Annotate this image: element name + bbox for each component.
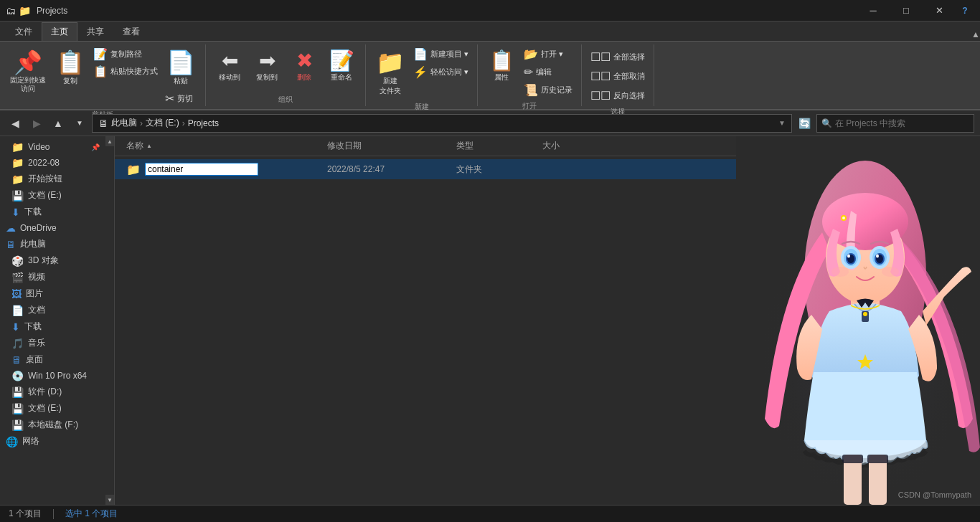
sidebar-item-network[interactable]: 🌐 网络 xyxy=(0,433,105,450)
col-header-type[interactable]: 类型 xyxy=(451,140,537,152)
search-input[interactable] xyxy=(835,118,969,128)
sidebar-item-download[interactable]: ⬇ 下载 xyxy=(0,204,105,220)
table-row[interactable]: 📁 2022/8/5 22:47 文件夹 xyxy=(115,159,736,179)
sidebar-item-docs[interactable]: 📄 文档 xyxy=(0,302,105,318)
cut-button[interactable]: ✂ 剪切 xyxy=(162,90,196,107)
col-header-size[interactable]: 大小 xyxy=(537,140,608,152)
software-d-icon: 💾 xyxy=(11,386,24,398)
win10-icon: 💿 xyxy=(11,370,24,381)
col-header-date[interactable]: 修改日期 xyxy=(321,140,451,152)
sidebar-item-video2[interactable]: 🎬 视频 xyxy=(0,269,105,285)
copy-button[interactable]: 📋 复制 xyxy=(52,46,89,89)
svg-point-9 xyxy=(847,255,850,258)
sidebar-item-local-f[interactable]: 💾 本地磁盘 (F:) xyxy=(0,417,105,433)
back-button[interactable]: ◀ xyxy=(6,114,24,133)
svg-point-14 xyxy=(876,255,879,258)
video-folder-icon: 📁 xyxy=(11,141,24,153)
easy-access-button[interactable]: ⚡ 轻松访问 ▾ xyxy=(410,64,471,80)
copy-to-button[interactable]: ➡ 复制到 xyxy=(249,46,285,85)
path-dropdown-icon[interactable]: ▼ xyxy=(778,119,786,127)
sidebar-label-doc-e: 文档 (E:) xyxy=(28,189,62,201)
paste-button[interactable]: 📄 粘贴 xyxy=(162,46,199,89)
doc-e2-icon: 💾 xyxy=(11,403,24,414)
sidebar-item-doc-e[interactable]: 💾 文档 (E:) xyxy=(0,187,105,204)
pin-quick-access-button[interactable]: 📌 固定到快速访问 xyxy=(6,46,50,96)
properties-button[interactable]: 📋 属性 xyxy=(484,46,519,85)
sidebar-item-doc-e2[interactable]: 💾 文档 (E:) xyxy=(0,400,105,417)
move-to-button[interactable]: ⬅ 移动到 xyxy=(212,46,248,85)
open-button[interactable]: 📂 打开 ▾ xyxy=(521,46,575,62)
tab-share[interactable]: 共享 xyxy=(77,22,113,41)
sidebar-item-start[interactable]: 📁 开始按钮 xyxy=(0,171,105,187)
tab-home[interactable]: 主页 xyxy=(42,22,77,41)
recent-button[interactable]: ▼ xyxy=(70,114,89,133)
sidebar-item-win10[interactable]: 💿 Win 10 Pro x64 xyxy=(0,368,105,384)
watermark: CSDN @Tommypath xyxy=(898,490,971,499)
paste-shortcut-button[interactable]: 📋 粘贴快捷方式 xyxy=(90,63,161,80)
sidebar-item-onedrive[interactable]: ☁ OneDrive xyxy=(0,220,105,236)
tab-file[interactable]: 文件 xyxy=(6,22,42,41)
up-button[interactable]: ▲ xyxy=(49,114,67,133)
rename-button[interactable]: 📝 重命名 xyxy=(324,46,359,85)
invert-selection-button[interactable]: ☐☐ 反向选择 xyxy=(588,87,648,104)
close-button[interactable]: ✕ xyxy=(923,0,956,22)
select-all-button[interactable]: ☐☐ 全部选择 xyxy=(588,49,648,65)
sidebar-item-music[interactable]: 🎵 音乐 xyxy=(0,335,105,351)
paste-shortcut-icon: 📋 xyxy=(93,65,108,78)
sidebar-item-downloads[interactable]: ⬇ 下载 xyxy=(0,318,105,335)
copy-path-button[interactable]: 📝 复制路径 xyxy=(90,46,161,62)
delete-button[interactable]: ✖ 删除 xyxy=(286,46,322,85)
history-button[interactable]: 📜 历史记录 xyxy=(521,82,575,98)
sidebar-label-this-pc: 此电脑 xyxy=(20,238,46,250)
file-list: 📁 2022/8/5 22:47 文件夹 xyxy=(115,156,736,505)
edit-button[interactable]: ✏ 编辑 xyxy=(521,64,575,80)
sidebar-item-desktop[interactable]: 🖥 桌面 xyxy=(0,351,105,368)
scroll-down-button[interactable]: ▼ xyxy=(105,495,114,505)
music-icon: 🎵 xyxy=(11,338,24,349)
window-title: Projects xyxy=(37,6,857,16)
select-all-label: 全部选择 xyxy=(613,52,645,62)
col-size-label: 大小 xyxy=(542,141,560,151)
refresh-button[interactable]: 🔄 xyxy=(795,114,814,133)
sidebar: 📁 Video 📌 📁 2022-08 📁 开始按钮 💾 文档 (E:) ⬇ 下… xyxy=(0,136,106,452)
minimize-button[interactable]: ─ xyxy=(857,0,890,22)
tab-view[interactable]: 查看 xyxy=(113,22,149,41)
file-area: 名称 ▲ 修改日期 类型 大小 📁 2022/8/5 22:47 文件夹 xyxy=(115,136,736,505)
file-name-col: 📁 xyxy=(121,163,321,176)
copy-icon: 📋 xyxy=(56,49,85,76)
new-folder-button[interactable]: 📁 新建文件夹 xyxy=(372,46,409,99)
address-path[interactable]: 🖥 此电脑 › 文档 (E:) › Projects ▼ xyxy=(92,114,792,133)
help-button[interactable]: ? xyxy=(956,0,974,22)
scroll-up-button[interactable]: ▲ xyxy=(105,136,114,146)
deselect-all-button[interactable]: ☐☐ 全部取消 xyxy=(588,68,648,85)
easy-access-icon: ⚡ xyxy=(413,65,428,79)
col-header-name[interactable]: 名称 ▲ xyxy=(121,140,321,152)
sidebar-item-pictures[interactable]: 🖼 图片 xyxy=(0,285,105,302)
sidebar-item-2022-08[interactable]: 📁 2022-08 xyxy=(0,155,105,171)
rename-icon: 📝 xyxy=(329,49,354,72)
ribbon-group-organize: ⬅ 移动到 ➡ 复制到 ✖ 删除 📝 重命名 组织 xyxy=(206,44,366,106)
forward-button[interactable]: ▶ xyxy=(27,114,46,133)
path-sep-1: › xyxy=(140,118,143,128)
open-items-col: 📂 打开 ▾ ✏ 编辑 📜 历史记录 xyxy=(521,46,575,98)
sidebar-item-video[interactable]: 📁 Video 📌 xyxy=(0,139,105,155)
doc-e-icon: 💾 xyxy=(11,190,24,201)
sidebar-label-desktop: 桌面 xyxy=(26,353,43,366)
downloads-icon: ⬇ xyxy=(11,321,20,333)
deco-area: CSDN @Tommypath xyxy=(736,136,980,505)
edit-icon: ✏ xyxy=(524,65,533,79)
ribbon-collapse[interactable]: ▲ xyxy=(971,29,980,41)
onedrive-icon: ☁ xyxy=(6,222,16,234)
sidebar-item-this-pc[interactable]: 🖥 此电脑 xyxy=(0,236,105,252)
rename-label: 重命名 xyxy=(331,72,352,82)
new-item-button[interactable]: 📄 新建项目 ▾ xyxy=(410,46,471,62)
sidebar-item-software-d[interactable]: 💾 软件 (D:) xyxy=(0,384,105,400)
search-box[interactable]: 🔍 xyxy=(816,114,974,133)
maximize-button[interactable]: □ xyxy=(890,0,923,22)
delete-icon: ✖ xyxy=(296,49,313,72)
start-folder-icon: 📁 xyxy=(11,174,24,185)
copy-label: 复制 xyxy=(63,76,77,86)
sidebar-label-win10: Win 10 Pro x64 xyxy=(28,371,87,381)
rename-input[interactable] xyxy=(145,163,258,176)
sidebar-item-3d[interactable]: 🎲 3D 对象 xyxy=(0,252,105,269)
